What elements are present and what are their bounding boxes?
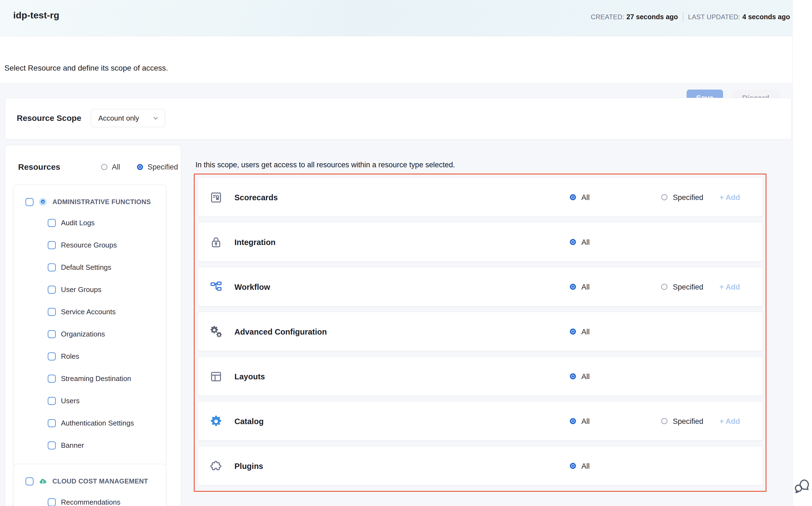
item-label: Resource Groups: [61, 241, 117, 249]
row-add-button[interactable]: + Add: [719, 283, 740, 291]
row-specified-label: Specified: [673, 283, 703, 291]
item-label: Service Accounts: [61, 308, 116, 316]
resource-type-row-scorecards: Scorecards All Specified + Add: [198, 177, 763, 217]
admin-gear-icon: [39, 198, 47, 206]
resource-type-label: Workflow: [234, 283, 270, 292]
group-label: CLOUD COST MANAGEMENT: [53, 478, 148, 485]
workflow-icon: [210, 281, 222, 293]
resource-type-row-catalog: Catalog All Specified + Add: [198, 401, 763, 441]
row-all-label: All: [582, 417, 590, 426]
sidebar-item-service-accounts: Service Accounts: [14, 301, 166, 323]
resource-scope-value: Account only: [98, 114, 139, 122]
row-specified-radio[interactable]: [661, 418, 667, 424]
resource-type-label: Layouts: [234, 372, 265, 381]
sidebar-item-recommendations: Recommendations: [14, 491, 166, 506]
sidebar-item-organizations: Organizations: [14, 323, 166, 345]
resource-scope-card: Resource Scope Account only: [5, 98, 792, 140]
item-checkbox[interactable]: [48, 352, 56, 360]
gears-icon: [210, 326, 222, 338]
row-specified-label: Specified: [673, 417, 703, 426]
resource-type-row-advanced-configuration: Advanced Configuration All: [198, 312, 763, 351]
resource-type-label: Advanced Configuration: [234, 327, 327, 337]
row-all-radio[interactable]: [570, 329, 576, 335]
item-checkbox[interactable]: [48, 330, 56, 338]
item-label: User Groups: [61, 285, 101, 294]
resources-all-label: All: [112, 163, 120, 171]
resources-title: Resources: [18, 162, 60, 172]
sidebar-item-authentication-settings: Authentication Settings: [14, 412, 166, 434]
resource-group-header: $ CLOUD COST MANAGEMENT: [25, 474, 166, 489]
gear-icon: [210, 415, 222, 428]
resources-all-radio[interactable]: [101, 164, 107, 170]
sidebar-item-audit-logs: Audit Logs: [14, 212, 166, 234]
resources-specified-radio[interactable]: [137, 164, 143, 170]
scope-description: In this scope, users get access to all r…: [195, 161, 455, 169]
page-title: idp-test-rg: [13, 10, 59, 21]
resource-type-label: Plugins: [234, 462, 263, 471]
item-label: Authentication Settings: [61, 419, 134, 427]
item-label: Banner: [61, 441, 84, 450]
row-add-button[interactable]: + Add: [719, 193, 740, 202]
layout-icon: [210, 370, 222, 383]
resource-group-card-1: ADMINISTRATIVE FUNCTIONS Audit Logs Reso…: [13, 185, 166, 467]
action-toolbar: Select Resource and define its scope of …: [0, 36, 792, 83]
row-specified-radio[interactable]: [661, 284, 667, 290]
updated-value: 4 seconds ago: [742, 13, 790, 21]
item-checkbox[interactable]: [48, 219, 56, 227]
resources-sidebar: Resources All Specified ADMINISTRATIVE F…: [5, 145, 181, 506]
item-checkbox[interactable]: [48, 241, 56, 249]
sidebar-item-roles: Roles: [14, 345, 166, 367]
sidebar-item-resource-groups: Resource Groups: [14, 234, 166, 256]
resource-type-row-layouts: Layouts All: [198, 356, 763, 396]
resources-specified-label: Specified: [147, 163, 178, 171]
row-all-radio[interactable]: [570, 418, 576, 424]
item-label: Audit Logs: [61, 219, 95, 227]
resource-type-row-plugins: Plugins All: [198, 446, 763, 485]
item-checkbox[interactable]: [48, 286, 56, 293]
header-meta: CREATED:27 seconds ago LAST UPDATED:4 se…: [591, 12, 790, 21]
row-all-radio[interactable]: [570, 463, 576, 469]
scorecard-icon: [210, 191, 222, 204]
item-label: Streaming Destination: [61, 374, 131, 383]
page-header: idp-test-rg CREATED:27 seconds ago LAST …: [0, 0, 792, 36]
row-all-radio[interactable]: [570, 194, 576, 200]
chevron-down-icon: [151, 114, 160, 122]
group-checkbox[interactable]: [25, 478, 33, 485]
sidebar-item-banner: Banner: [14, 434, 166, 456]
chat-support-icon[interactable]: [793, 477, 811, 495]
resource-type-label: Integration: [234, 238, 276, 247]
row-all-radio[interactable]: [570, 373, 576, 380]
row-all-radio[interactable]: [570, 284, 576, 290]
resource-rows: Scorecards All Specified + Add Integrati…: [198, 177, 763, 485]
item-checkbox[interactable]: [48, 419, 56, 427]
item-checkbox[interactable]: [48, 308, 56, 316]
group-checkbox[interactable]: [25, 198, 33, 206]
sidebar-item-user-groups: User Groups: [14, 278, 166, 301]
toolbar-description: Select Resource and define its scope of …: [4, 64, 168, 73]
row-all-radio[interactable]: [570, 239, 576, 245]
item-label: Roles: [61, 352, 79, 361]
updated-meta: LAST UPDATED:4 seconds ago: [688, 13, 790, 21]
item-checkbox[interactable]: [48, 375, 56, 383]
row-all-label: All: [582, 372, 590, 381]
row-specified-label: Specified: [673, 193, 703, 202]
group-label: ADMINISTRATIVE FUNCTIONS: [53, 198, 151, 206]
created-label: CREATED:: [591, 13, 624, 21]
row-add-button[interactable]: + Add: [719, 417, 740, 426]
updated-label: LAST UPDATED:: [688, 13, 740, 21]
item-checkbox[interactable]: [48, 263, 56, 271]
cloud-dollar-icon: $: [39, 478, 47, 485]
item-label: Default Settings: [61, 263, 111, 272]
item-checkbox[interactable]: [48, 441, 56, 449]
right-gutter: [792, 0, 812, 506]
resources-header: Resources All Specified: [18, 162, 178, 172]
resource-type-row-workflow: Workflow All Specified + Add: [198, 267, 763, 306]
item-checkbox[interactable]: [48, 498, 56, 506]
row-all-label: All: [582, 193, 590, 202]
row-all-label: All: [582, 328, 590, 336]
row-specified-radio[interactable]: [661, 194, 667, 200]
row-all-label: All: [582, 283, 590, 291]
item-checkbox[interactable]: [48, 397, 56, 405]
resource-scope-dropdown[interactable]: Account only: [91, 109, 165, 127]
svg-text:$: $: [42, 480, 44, 483]
